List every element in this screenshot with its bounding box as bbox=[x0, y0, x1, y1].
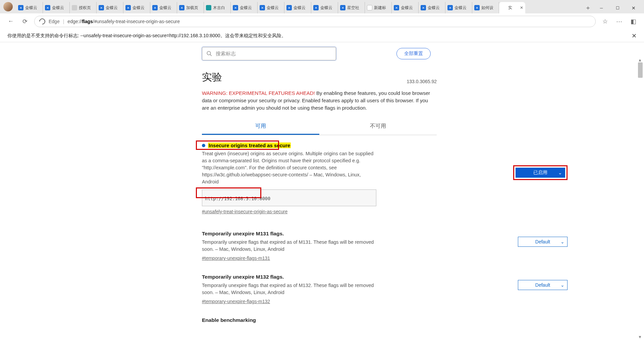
flag-description: Temporarily unexpire flags that expired … bbox=[202, 239, 376, 253]
new-tab-button[interactable]: ＋ bbox=[582, 2, 594, 13]
sidebar-toggle-icon[interactable]: ◧ bbox=[629, 17, 638, 26]
scroll-thumb[interactable] bbox=[638, 62, 643, 78]
chevron-down-icon: ⌄ bbox=[560, 239, 565, 244]
favicon-icon: ✕ bbox=[260, 5, 265, 10]
favicon-icon: ✕ bbox=[233, 5, 238, 10]
favicon-icon: ✕ bbox=[99, 5, 104, 10]
browser-tab[interactable]: 木古白 bbox=[204, 2, 231, 13]
flask-icon: ⚗ bbox=[501, 5, 506, 10]
flag-title: Temporarily unexpire M132 flags. bbox=[202, 274, 437, 280]
favicon-icon: ✕ bbox=[421, 5, 426, 10]
favicon-icon: ✕ bbox=[340, 5, 345, 10]
favicon-icon: ✕ bbox=[313, 5, 319, 10]
browser-version: 133.0.3065.92 bbox=[407, 79, 437, 84]
search-placeholder: 搜索标志 bbox=[216, 51, 236, 57]
infobar-close-icon[interactable]: ✕ bbox=[632, 32, 637, 40]
search-flags-input[interactable]: 搜索标志 bbox=[202, 47, 336, 60]
browser-tab[interactable]: ✕金蝶云 bbox=[258, 2, 284, 13]
infobar-text: 你使用的是不受支持的命令行标志: --unsafely-treat-insecu… bbox=[7, 33, 286, 39]
address-bar[interactable]: Edge | edge://flags/#unsafely-treat-inse… bbox=[34, 16, 596, 27]
tab-available[interactable]: 可用 bbox=[202, 119, 319, 135]
favicon-icon: ▤ bbox=[367, 5, 372, 10]
browser-tab[interactable]: ✕金蝶云 bbox=[123, 2, 150, 13]
browser-tab[interactable]: ✕如何设 bbox=[472, 2, 499, 13]
favicon-icon: ✕ bbox=[45, 5, 50, 10]
window-controls: ─ ☐ ✕ bbox=[594, 3, 641, 13]
favicon-icon: ✕ bbox=[18, 5, 23, 10]
flag-description: Treat given (insecure) origins as secure… bbox=[202, 150, 376, 185]
flag-title: Insecure origins treated as secure bbox=[208, 142, 291, 148]
favicon-icon: ✕ bbox=[125, 5, 131, 10]
browser-tab-active[interactable]: ⚗实✕ bbox=[499, 2, 525, 13]
browser-tab[interactable]: ✕加载页 bbox=[177, 2, 204, 13]
flag-state-select[interactable]: Default⌄ bbox=[518, 237, 568, 247]
favorite-star-icon[interactable]: ☆ bbox=[600, 17, 610, 26]
flag-origins-input[interactable] bbox=[202, 189, 376, 206]
favicon-icon: ✕ bbox=[474, 5, 480, 10]
flag-title: Temporarily unexpire M131 flags. bbox=[202, 231, 437, 237]
address-url: edge://flags/#unsafely-treat-insecure-or… bbox=[67, 19, 180, 24]
search-icon bbox=[206, 51, 212, 57]
chevron-down-icon: ⌄ bbox=[558, 170, 562, 175]
flag-description: Temporarily unexpire flags that expired … bbox=[202, 282, 376, 296]
flag-hash-link[interactable]: #temporary-unexpire-flags-m132 bbox=[202, 299, 270, 304]
window-maximize[interactable]: ☐ bbox=[610, 3, 625, 13]
experimental-warning: WARNING: EXPERIMENTAL FEATURES AHEAD! By… bbox=[202, 90, 437, 111]
address-label: Edge bbox=[49, 19, 60, 24]
reset-all-button[interactable]: 全部重置 bbox=[396, 48, 431, 59]
flag-hash-link[interactable]: #temporary-unexpire-flags-m131 bbox=[202, 255, 270, 261]
browser-tab[interactable]: ✕金蝶云 bbox=[419, 2, 445, 13]
browser-tab[interactable]: ✕金蝶云 bbox=[284, 2, 311, 13]
browser-tab[interactable]: ▤新建标 bbox=[365, 2, 392, 13]
window-close[interactable]: ✕ bbox=[626, 3, 641, 13]
favicon-icon: ✕ bbox=[394, 5, 399, 10]
browser-tab[interactable]: 授权页 bbox=[70, 2, 97, 13]
flag-state-select[interactable]: Default⌄ bbox=[518, 280, 568, 290]
scroll-up-icon[interactable]: ▲ bbox=[638, 58, 642, 62]
page-title: 实验 bbox=[202, 70, 222, 84]
tab-unavailable[interactable]: 不可用 bbox=[319, 119, 437, 135]
flag-unexpire-m131: Temporarily unexpire M131 flags. Tempora… bbox=[202, 229, 437, 269]
flag-title: Enable benchmarking bbox=[202, 317, 437, 323]
profile-avatar[interactable] bbox=[3, 2, 13, 11]
annotation-red-box-select: 已启用⌄ bbox=[513, 165, 568, 180]
refresh-button[interactable]: ⟳ bbox=[20, 17, 30, 26]
page-scrollbar[interactable]: ▲ ▼ bbox=[638, 62, 643, 339]
browser-tab[interactable]: ✕星空社 bbox=[338, 2, 365, 13]
back-button[interactable]: ← bbox=[6, 17, 15, 26]
svg-point-0 bbox=[207, 51, 211, 55]
unsupported-flag-infobar: 你使用的是不受支持的命令行标志: --unsafely-treat-insecu… bbox=[0, 30, 644, 42]
favicon-icon bbox=[72, 5, 77, 10]
scroll-down-icon[interactable]: ▼ bbox=[638, 335, 642, 339]
favicon-icon: ✕ bbox=[286, 5, 292, 10]
window-titlebar: ✕金蝶云✕金蝶云授权页✕金蝶云✕金蝶云✕金蝶云✕加载页木古白✕金蝶云✕金蝶云✕金… bbox=[0, 0, 644, 13]
browser-tab[interactable]: ✕金蝶云 bbox=[311, 2, 338, 13]
tab-strip: ✕金蝶云✕金蝶云授权页✕金蝶云✕金蝶云✕金蝶云✕加载页木古白✕金蝶云✕金蝶云✕金… bbox=[16, 2, 582, 13]
browser-tab[interactable]: ✕金蝶云 bbox=[231, 2, 258, 13]
browser-tab[interactable]: ✕金蝶云 bbox=[97, 2, 123, 13]
tab-close-icon[interactable]: ✕ bbox=[520, 5, 523, 10]
flags-tabs: 可用 不可用 bbox=[202, 119, 437, 135]
favicon-icon: ✕ bbox=[152, 5, 158, 10]
modified-dot-icon bbox=[202, 144, 205, 147]
browser-tab[interactable]: ✕金蝶云 bbox=[43, 2, 70, 13]
browser-tab[interactable]: ✕金蝶云 bbox=[16, 2, 43, 13]
flag-state-select[interactable]: 已启用⌄ bbox=[516, 168, 565, 178]
browser-tab[interactable]: ✕金蝶云 bbox=[150, 2, 177, 13]
flag-enable-benchmarking: Enable benchmarking bbox=[202, 316, 437, 331]
browser-tab[interactable]: ✕金蝶云 bbox=[445, 2, 472, 13]
favicon-icon: ✕ bbox=[447, 5, 453, 10]
more-menu-icon[interactable]: ⋯ bbox=[614, 17, 624, 26]
browser-toolbar: ← ⟳ Edge | edge://flags/#unsafely-treat-… bbox=[0, 13, 644, 30]
flag-hash-link[interactable]: #unsafely-treat-insecure-origin-as-secur… bbox=[202, 209, 287, 214]
browser-tab[interactable]: ✕金蝶云 bbox=[392, 2, 419, 13]
svg-line-1 bbox=[210, 54, 212, 56]
edge-icon bbox=[38, 17, 46, 25]
flags-page: 搜索标志 全部重置 实验 133.0.3065.92 WARNING: EXPE… bbox=[1, 42, 637, 342]
flag-insecure-origins: Insecure origins treated as secure Treat… bbox=[202, 141, 437, 223]
chevron-down-icon: ⌄ bbox=[560, 282, 565, 288]
favicon-icon: ✕ bbox=[179, 5, 184, 10]
window-minimize[interactable]: ─ bbox=[594, 3, 609, 13]
favicon-icon bbox=[206, 5, 211, 10]
flag-unexpire-m132: Temporarily unexpire M132 flags. Tempora… bbox=[202, 273, 437, 312]
